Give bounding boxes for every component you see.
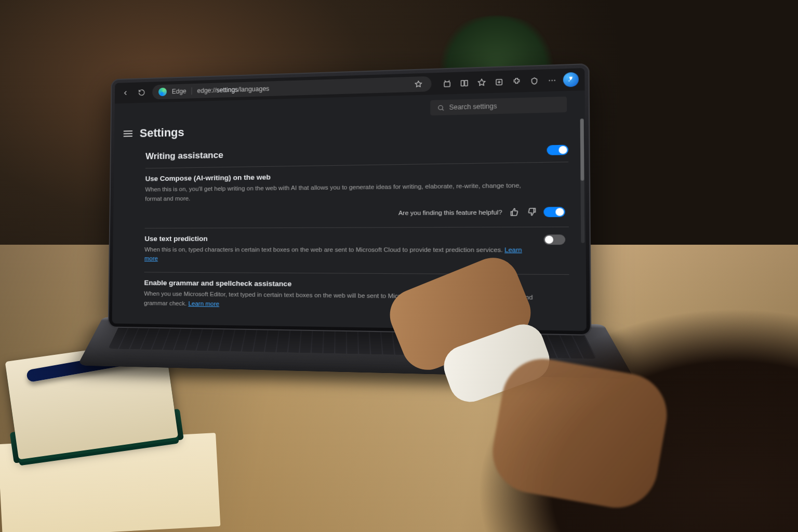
copilot-bing-button[interactable] [563, 72, 579, 87]
text-prediction-toggle[interactable] [544, 234, 566, 245]
refresh-button[interactable] [136, 87, 148, 99]
browser-essentials-icon[interactable] [527, 74, 540, 87]
compose-ai-toggle[interactable] [543, 207, 565, 217]
photo-scene: Edge edge://settings/languages [0, 0, 798, 532]
svg-point-4 [549, 79, 550, 81]
setting-description: When this is on, typed characters in cer… [144, 245, 532, 265]
address-app-label: Edge [172, 88, 187, 96]
more-menu-icon[interactable] [545, 74, 558, 86]
address-url: edge://settings/languages [197, 85, 269, 95]
shopping-icon[interactable] [441, 77, 453, 89]
scrollbar-thumb[interactable] [580, 118, 584, 181]
setting-compose-ai: Use Compose (AI-writing) on the web When… [145, 162, 569, 227]
favorites-icon[interactable] [475, 76, 488, 88]
collections-icon[interactable] [493, 75, 506, 88]
svg-point-6 [554, 79, 555, 81]
svg-rect-1 [461, 80, 464, 86]
edge-logo-icon [158, 88, 167, 96]
feedback-prompt: Are you finding this feature helpful? [398, 209, 502, 216]
extensions-icon[interactable] [510, 75, 523, 87]
split-screen-icon[interactable] [458, 76, 470, 89]
favorite-star-icon[interactable] [412, 78, 424, 90]
back-button[interactable] [120, 87, 131, 99]
svg-rect-2 [464, 80, 468, 86]
setting-title: Use text prediction [144, 234, 531, 243]
toolbar-actions [441, 72, 579, 91]
setting-description: When this is on, you'll get help writing… [145, 181, 542, 204]
svg-point-5 [551, 79, 552, 81]
writing-assistance-master-toggle[interactable] [547, 144, 568, 155]
thumbs-up-icon[interactable] [508, 206, 520, 218]
search-icon [437, 104, 444, 111]
page-title: Settings [140, 126, 184, 140]
svg-rect-0 [444, 82, 450, 87]
section-title: Writing assistance [145, 150, 223, 162]
feedback-row: Are you finding this feature helpful? [145, 206, 565, 220]
thumbs-down-icon[interactable] [526, 206, 538, 218]
settings-search-placeholder: Search settings [449, 102, 497, 111]
setting-title: Use Compose (AI-writing) on the web [145, 169, 542, 183]
settings-menu-button[interactable] [124, 130, 133, 137]
learn-more-link[interactable]: Learn more [188, 300, 219, 307]
address-divider [191, 87, 192, 95]
